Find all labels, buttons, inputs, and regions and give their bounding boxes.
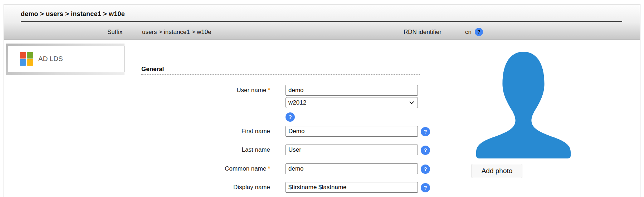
user-name-help-icon[interactable]: ? [286, 112, 295, 122]
required-marker: * [268, 165, 270, 172]
display-name-help-icon[interactable]: ? [421, 183, 430, 192]
suffix-value: users > instance1 > w10e [142, 27, 211, 37]
microsoft-logo-icon [20, 52, 33, 66]
header-divider [21, 21, 622, 22]
first-name-label: First name [141, 126, 270, 137]
display-name-label: Display name [141, 182, 270, 193]
add-photo-button[interactable]: Add photo [472, 164, 522, 178]
display-name-input[interactable] [286, 182, 418, 193]
last-name-help-icon[interactable]: ? [421, 146, 430, 155]
suffix-label: Suffix [107, 27, 122, 37]
last-name-input[interactable] [286, 145, 418, 155]
tab-label: AD LDS [38, 55, 63, 63]
user-name-input[interactable] [286, 85, 418, 96]
breadcrumb: demo > users > instance1 > w10e [21, 10, 125, 18]
rdn-identifier-label: RDN identifier [404, 27, 441, 37]
username-suffix-select-control[interactable]: w2012 [286, 97, 418, 108]
common-name-input[interactable] [286, 163, 418, 174]
rdn-identifier-value: cn [465, 27, 472, 37]
username-suffix-select[interactable]: w2012 [286, 97, 418, 108]
section-divider [141, 74, 420, 75]
common-name-label: Common name* [141, 163, 270, 174]
last-name-label: Last name [141, 145, 270, 155]
required-marker: * [268, 87, 270, 94]
user-name-label: User name* [141, 85, 270, 96]
sidebar: AD LDS [6, 44, 125, 75]
content-frame: demo > users > instance1 > w10e Suffix u… [4, 4, 640, 197]
header: demo > users > instance1 > w10e Suffix u… [4, 4, 640, 40]
tab-ad-lds[interactable]: AD LDS [8, 46, 125, 72]
header-meta-row: Suffix users > instance1 > w10e RDN iden… [4, 27, 640, 38]
page: demo > users > instance1 > w10e Suffix u… [0, 0, 644, 197]
common-name-help-icon[interactable]: ? [421, 165, 430, 174]
person-silhouette-icon [475, 51, 571, 158]
first-name-help-icon[interactable]: ? [421, 127, 430, 136]
first-name-input[interactable] [286, 126, 418, 137]
section-title-general: General [141, 66, 164, 73]
rdn-help-icon[interactable]: ? [475, 28, 483, 36]
